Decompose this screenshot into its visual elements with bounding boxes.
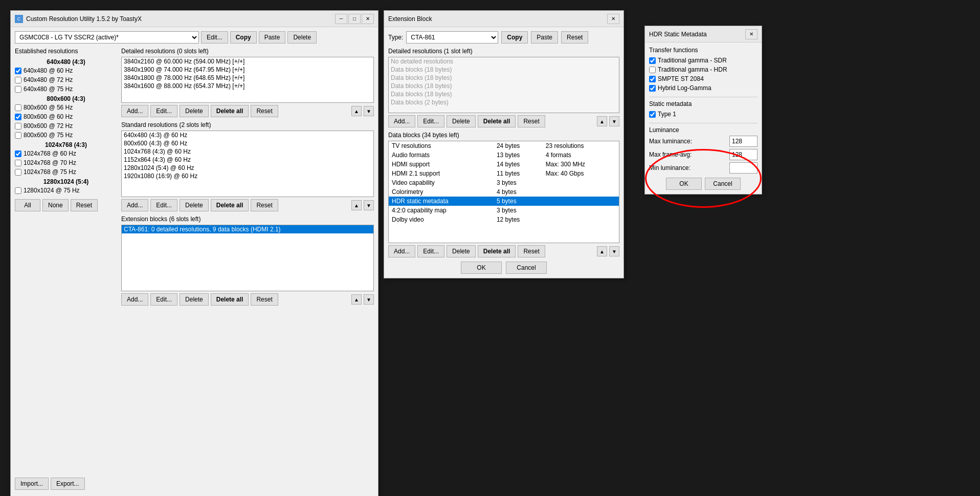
db-reset-button[interactable]: Reset	[518, 245, 545, 257]
cb-640-72[interactable]	[15, 77, 21, 83]
cb-smpte[interactable]	[649, 76, 656, 82]
ext-copy-button[interactable]: Copy	[501, 31, 528, 44]
std-down-button[interactable]: ▼	[364, 200, 374, 210]
ext-det-up-button[interactable]: ▲	[597, 116, 607, 126]
std-add-button[interactable]: Add...	[121, 199, 148, 211]
ext-reset-button[interactable]: Reset	[251, 293, 278, 306]
std-item-6[interactable]: 1920x1080 (16:9) @ 60 Hz	[122, 172, 373, 180]
device-dropdown[interactable]: GSMC0C8 - LG TV SSCR2 (active)*	[15, 31, 199, 44]
ext-det-deleteall-button[interactable]: Delete all	[478, 115, 516, 127]
cb-1024-75[interactable]	[15, 169, 21, 176]
db-row-video[interactable]: Video capability 3 bytes	[389, 178, 619, 187]
detailed-item-2[interactable]: 3840x1900 @ 74.000 Hz (647.95 MHz) [+/+]	[122, 66, 373, 74]
detailed-item-1[interactable]: 3840x2160 @ 60.000 Hz (594.00 MHz) [+/+]	[122, 57, 373, 66]
ext-edit-button[interactable]: Edit...	[150, 293, 177, 306]
ext-ok-button[interactable]: OK	[461, 262, 502, 274]
std-item-1[interactable]: 640x480 (4:3) @ 60 Hz	[122, 131, 373, 139]
ext-cancel-button[interactable]: Cancel	[506, 262, 547, 274]
cb-trad-sdr[interactable]	[649, 57, 656, 64]
db-edit-button[interactable]: Edit...	[417, 245, 444, 257]
ext-det-item-6[interactable]: Data blocks (2 bytes)	[389, 98, 619, 106]
db-deleteall-button[interactable]: Delete all	[478, 245, 516, 257]
ext-det-item-4[interactable]: Data blocks (18 bytes)	[389, 82, 619, 90]
std-item-3[interactable]: 1024x768 (4:3) @ 60 Hz	[122, 147, 373, 156]
min-lum-input[interactable]	[729, 162, 758, 174]
ext-det-down-button[interactable]: ▼	[609, 116, 619, 126]
detailed-up-button[interactable]: ▲	[351, 106, 362, 116]
db-row-color[interactable]: Colorimetry 4 bytes	[389, 187, 619, 197]
db-up-button[interactable]: ▲	[597, 246, 607, 256]
db-row-audio[interactable]: Audio formats 13 bytes 4 formats	[389, 150, 619, 160]
detailed-down-button[interactable]: ▼	[364, 106, 374, 116]
cb-trad-hdr[interactable]	[649, 67, 656, 73]
none-button[interactable]: None	[42, 199, 69, 211]
ext-det-reset-button[interactable]: Reset	[518, 115, 545, 127]
std-edit-button[interactable]: Edit...	[150, 199, 177, 211]
ext-reset-button[interactable]: Reset	[561, 31, 588, 44]
ext-detailed-listbox[interactable]: No detailed resolutions Data blocks (18 …	[388, 57, 619, 113]
db-row-hdr[interactable]: HDR static metadata 5 bytes	[389, 197, 619, 206]
max-lum-input[interactable]	[729, 136, 758, 147]
cb-hlg[interactable]	[649, 85, 656, 92]
cb-800-56[interactable]	[15, 104, 21, 111]
max-avg-input[interactable]	[729, 149, 758, 160]
hdr-cancel-button[interactable]: Cancel	[705, 178, 741, 190]
extension-listbox[interactable]: CTA-861: 0 detailed resolutions, 9 data …	[121, 225, 374, 291]
std-item-2[interactable]: 800x600 (4:3) @ 60 Hz	[122, 139, 373, 147]
std-item-4[interactable]: 1152x864 (4:3) @ 60 Hz	[122, 156, 373, 164]
maximize-button[interactable]: □	[348, 14, 361, 24]
standard-listbox[interactable]: 640x480 (4:3) @ 60 Hz 800x600 (4:3) @ 60…	[121, 131, 374, 197]
data-blocks-listbox[interactable]: TV resolutions 24 bytes 23 resolutions A…	[388, 141, 619, 243]
db-down-button[interactable]: ▼	[609, 246, 619, 256]
ext-down-button[interactable]: ▼	[364, 294, 374, 305]
reset-established-button[interactable]: Reset	[71, 199, 98, 211]
import-button[interactable]: Import...	[15, 478, 49, 490]
detailed-deleteall-button[interactable]: Delete all	[211, 105, 249, 117]
ext-paste-button[interactable]: Paste	[531, 31, 558, 44]
cb-800-75[interactable]	[15, 132, 21, 139]
detailed-add-button[interactable]: Add...	[121, 105, 148, 117]
db-row-hdmi21[interactable]: HDMI 2.1 support 11 bytes Max: 40 Gbps	[389, 169, 619, 178]
detailed-item-4[interactable]: 3840x1600 @ 88.000 Hz (654.37 MHz) [+/+]	[122, 82, 373, 90]
db-row-dolby[interactable]: Dolby video 12 bytes	[389, 215, 619, 224]
std-up-button[interactable]: ▲	[351, 200, 362, 210]
type-dropdown[interactable]: CTA-861	[406, 31, 498, 44]
paste-button[interactable]: Paste	[259, 31, 286, 44]
hdr-close-button[interactable]: ✕	[745, 29, 758, 39]
close-button[interactable]: ✕	[362, 14, 374, 24]
ext-det-edit-button[interactable]: Edit...	[417, 115, 444, 127]
ext-close-button[interactable]: ✕	[607, 14, 619, 24]
db-row-hdmi[interactable]: HDMI support 14 bytes Max: 300 MHz	[389, 160, 619, 169]
edit-button[interactable]: Edit...	[201, 31, 228, 44]
ext-item-1[interactable]: CTA-861: 0 detailed resolutions, 9 data …	[122, 225, 373, 233]
cb-1024-70[interactable]	[15, 160, 21, 166]
db-row-tv[interactable]: TV resolutions 24 bytes 23 resolutions	[389, 141, 619, 150]
hdr-ok-button[interactable]: OK	[666, 178, 702, 190]
ext-det-add-button[interactable]: Add...	[388, 115, 415, 127]
ext-det-item-5[interactable]: Data blocks (18 bytes)	[389, 90, 619, 98]
std-item-5[interactable]: 1280x1024 (5:4) @ 60 Hz	[122, 164, 373, 172]
export-button[interactable]: Export...	[51, 478, 85, 490]
ext-deleteall-button[interactable]: Delete all	[211, 293, 249, 306]
delete-button[interactable]: Delete	[287, 31, 317, 44]
cb-640-60[interactable]	[15, 68, 21, 74]
std-reset-button[interactable]: Reset	[251, 199, 278, 211]
ext-det-delete-button[interactable]: Delete	[447, 115, 476, 127]
copy-button[interactable]: Copy	[230, 31, 257, 44]
ext-delete-button[interactable]: Delete	[180, 293, 209, 306]
cb-800-72[interactable]	[15, 123, 21, 130]
db-row-420[interactable]: 4:2:0 capability map 3 bytes	[389, 206, 619, 215]
std-deleteall-button[interactable]: Delete all	[211, 199, 249, 211]
cb-1024-60[interactable]	[15, 150, 21, 157]
minimize-button[interactable]: ─	[335, 14, 347, 24]
cb-1280-75[interactable]	[15, 187, 21, 194]
ext-det-item-1[interactable]: No detailed resolutions	[389, 57, 619, 66]
all-button[interactable]: All	[15, 199, 40, 211]
ext-det-item-3[interactable]: Data blocks (18 bytes)	[389, 74, 619, 82]
detailed-edit-button[interactable]: Edit...	[150, 105, 177, 117]
detailed-delete-button[interactable]: Delete	[180, 105, 209, 117]
detailed-item-3[interactable]: 3840x1800 @ 78.000 Hz (648.65 MHz) [+/+]	[122, 74, 373, 82]
detailed-reset-button[interactable]: Reset	[251, 105, 278, 117]
cb-640-75[interactable]	[15, 86, 21, 93]
ext-up-button[interactable]: ▲	[351, 294, 362, 305]
